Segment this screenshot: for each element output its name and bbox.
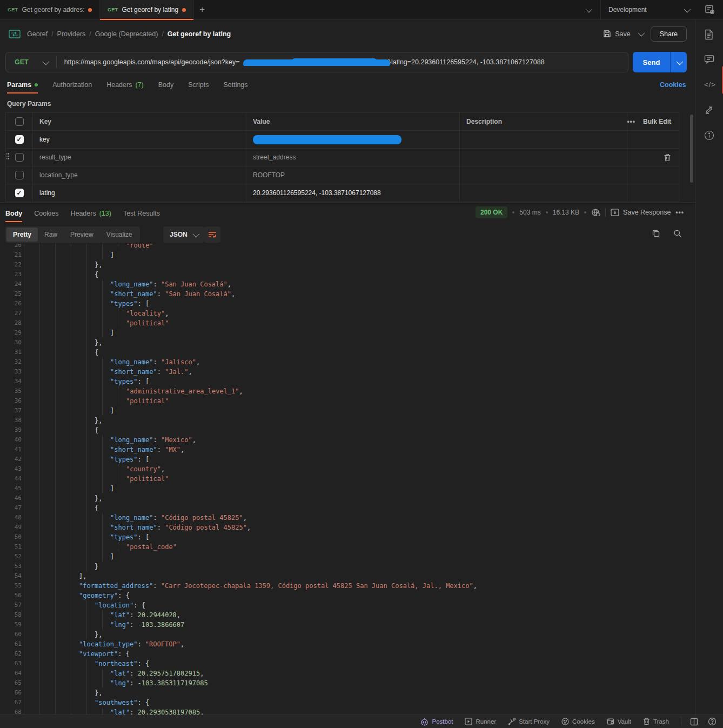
breadcrumb-current[interactable]: Get georef by latlng: [168, 30, 231, 38]
param-checkbox-key[interactable]: ✓: [15, 135, 24, 144]
param-description[interactable]: [460, 166, 627, 184]
code-line-39: 39{: [0, 425, 695, 435]
code-line-61: 61"location_type": "ROOFTOP",: [0, 639, 695, 649]
response-tab-body[interactable]: Body: [5, 210, 22, 218]
new-tab-button[interactable]: +: [194, 0, 210, 19]
tab-label: Params: [7, 81, 31, 89]
environment-quick-look-button[interactable]: [697, 5, 723, 15]
comments-button[interactable]: [704, 55, 714, 64]
code-line-63: 63"northeast": {: [0, 659, 695, 669]
footer-cookies-button[interactable]: Cookies: [561, 718, 595, 725]
param-value[interactable]: [246, 131, 460, 148]
open-tab-get-georef-by-latlng[interactable]: GETGet georef by latlng: [100, 0, 194, 19]
param-checkbox-result_type[interactable]: [15, 153, 24, 162]
param-value[interactable]: 20.293601126595224, -103.3871067127088: [246, 184, 460, 202]
params-scrollbar[interactable]: [690, 115, 693, 183]
search-response-button[interactable]: [673, 229, 682, 238]
footer-runner-button[interactable]: Runner: [465, 718, 496, 725]
param-key[interactable]: key: [33, 131, 246, 148]
breadcrumb-separator: /: [89, 30, 91, 38]
param-value[interactable]: street_address: [246, 149, 460, 166]
copy-response-button[interactable]: [652, 229, 660, 238]
code-line-48: 48"long_name": "Código postal 45825",: [0, 513, 695, 523]
view-raw[interactable]: Raw: [38, 228, 64, 242]
related-requests-button[interactable]: [704, 105, 714, 115]
response-more-options-icon[interactable]: •••: [675, 209, 684, 216]
bulk-edit-button[interactable]: Bulk Edit: [643, 118, 671, 125]
param-key[interactable]: latlng: [33, 184, 246, 202]
tab-authorization[interactable]: Authorization: [52, 81, 92, 90]
response-tab-headers[interactable]: Headers(13): [70, 210, 111, 218]
url-prefix: https://maps.googleapis.com/maps/api/geo…: [64, 58, 240, 66]
help-icon[interactable]: [708, 717, 717, 726]
split-panel-icon[interactable]: [690, 718, 698, 726]
param-key[interactable]: location_type: [33, 166, 246, 184]
footer-vault-button[interactable]: Vault: [607, 718, 631, 725]
documentation-button[interactable]: [704, 29, 714, 40]
param-key[interactable]: result_type: [33, 149, 246, 166]
response-size[interactable]: 16.13 KB: [553, 209, 579, 216]
code-line-26: 26"types": [: [0, 299, 695, 309]
param-description[interactable]: [460, 131, 627, 148]
share-button[interactable]: Share: [651, 26, 687, 42]
select-all-checkbox[interactable]: [15, 117, 24, 126]
view-preview[interactable]: Preview: [64, 228, 100, 242]
save-response-label: Save Response: [623, 209, 671, 216]
footer-postbot-button[interactable]: Postbot: [420, 718, 453, 726]
params-more-options-icon[interactable]: •••: [627, 118, 635, 125]
redaction-scribble: [253, 135, 401, 144]
save-response-icon: [611, 209, 619, 216]
network-info-icon[interactable]: [591, 208, 600, 217]
tab-label: Authorization: [52, 81, 92, 89]
response-body-code[interactable]: 20"route"21]22},23{24"long_name": "San J…: [0, 244, 695, 714]
save-button[interactable]: Save: [603, 30, 631, 38]
tab-body[interactable]: Body: [158, 81, 174, 90]
status-badge[interactable]: 200 OK: [476, 206, 507, 218]
delete-param-icon[interactable]: [664, 153, 671, 162]
save-options-chevron[interactable]: [636, 31, 645, 36]
tab-scripts[interactable]: Scripts: [188, 81, 209, 90]
pane-splitter[interactable]: [0, 202, 695, 204]
environment-name: Development: [608, 6, 647, 14]
cookies-link[interactable]: Cookies: [660, 81, 686, 89]
tab-headers[interactable]: Headers(7): [106, 81, 144, 90]
cookie-icon: [561, 718, 569, 725]
info-button[interactable]: [704, 130, 714, 141]
send-options-button[interactable]: [670, 52, 687, 72]
wrap-text-button[interactable]: [204, 226, 220, 243]
breadcrumb-item[interactable]: Providers: [57, 30, 86, 38]
code-line-44: 44"political": [0, 474, 695, 484]
code-snippet-button[interactable]: </>: [704, 81, 716, 89]
code-line-49: 49"short_name": "Código postal 45825",: [0, 523, 695, 532]
footer-trash-button[interactable]: Trash: [643, 718, 669, 725]
param-description[interactable]: [460, 149, 627, 166]
code-line-58: 58"lat": 20.2944028,: [0, 610, 695, 620]
tab-count: (13): [99, 210, 111, 217]
view-pretty[interactable]: Pretty: [6, 228, 38, 242]
chevron-down-icon: [684, 5, 691, 12]
param-checkbox-location_type[interactable]: [15, 171, 24, 179]
tab-overflow-chevron-icon[interactable]: [576, 8, 600, 12]
breadcrumb-item[interactable]: Google (Deprecated): [95, 30, 158, 38]
method-selector[interactable]: GET: [6, 58, 56, 66]
tab-settings[interactable]: Settings: [223, 81, 247, 90]
param-value[interactable]: ROOFTOP: [246, 166, 460, 184]
send-button[interactable]: Send: [633, 52, 670, 72]
breadcrumb-item[interactable]: Georef: [27, 30, 48, 38]
save-response-button[interactable]: Save Response: [611, 209, 671, 216]
drag-handle[interactable]: [6, 153, 11, 159]
param-checkbox-latlng[interactable]: ✓: [15, 189, 24, 197]
view-visualize[interactable]: Visualize: [100, 228, 139, 242]
tab-params[interactable]: Params: [7, 81, 38, 90]
save-label: Save: [615, 30, 631, 38]
open-tab-get-georef-by-addres-[interactable]: GETGet georef by addres:: [0, 0, 100, 19]
code-line-23: 23{: [0, 270, 695, 279]
response-time[interactable]: 503 ms: [519, 209, 540, 216]
response-tab-cookies[interactable]: Cookies: [34, 210, 58, 218]
url-input[interactable]: https://maps.googleapis.com/maps/api/geo…: [64, 58, 628, 66]
response-tab-test-results[interactable]: Test Results: [123, 210, 160, 218]
param-description[interactable]: [460, 184, 627, 202]
format-selector[interactable]: JSON: [163, 226, 204, 243]
environment-selector[interactable]: Development: [600, 0, 697, 19]
footer-start-proxy-button[interactable]: Start Proxy: [508, 718, 550, 725]
